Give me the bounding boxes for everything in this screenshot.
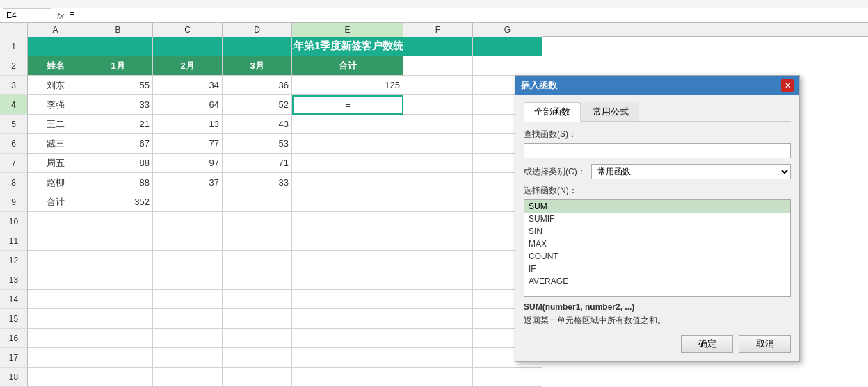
cell-f9[interactable]	[403, 192, 473, 212]
cell-b9[interactable]: 352	[83, 192, 153, 212]
cell-c6[interactable]: 77	[153, 134, 223, 154]
row-num-16[interactable]: 16	[0, 329, 28, 348]
cell-d7[interactable]: 71	[223, 154, 292, 173]
row-num-18[interactable]: 18	[0, 368, 28, 387]
cell-b6[interactable]: 67	[83, 134, 153, 154]
function-item-count[interactable]: COUNT	[524, 250, 790, 263]
cell-d8[interactable]: 33	[223, 173, 292, 192]
cell-e6[interactable]	[292, 134, 403, 154]
function-item-sin[interactable]: SIN	[524, 225, 790, 238]
row-num-10[interactable]: 10	[0, 212, 28, 231]
cell-f2[interactable]	[403, 56, 473, 76]
cell-b8[interactable]: 88	[83, 173, 153, 192]
cell-e7[interactable]	[292, 154, 403, 173]
col-header-d[interactable]: D	[223, 23, 292, 37]
tab-common-formula[interactable]: 常用公式	[582, 102, 639, 121]
cell-g2[interactable]	[473, 56, 542, 76]
cell-g1[interactable]	[473, 37, 542, 56]
cell-e1[interactable]: 2021年第1季度新签客户数统计表	[292, 37, 403, 56]
cell-a4[interactable]: 李强	[28, 95, 83, 115]
cell-c7[interactable]: 97	[153, 154, 223, 173]
cell-f1[interactable]	[403, 37, 473, 56]
cell-a3[interactable]: 刘东	[28, 76, 83, 95]
row-num-5[interactable]: 5	[0, 115, 28, 134]
tab-all-functions[interactable]: 全部函数	[524, 102, 581, 122]
cell-c8[interactable]: 37	[153, 173, 223, 192]
cell-c4[interactable]: 64	[153, 95, 223, 115]
cell-d3[interactable]: 36	[223, 76, 292, 95]
name-box[interactable]: E4	[3, 8, 51, 22]
row-num-1[interactable]: 1	[0, 37, 28, 56]
cell-f6[interactable]	[403, 134, 473, 154]
cell-b2[interactable]: 1月	[83, 56, 153, 76]
cell-c5[interactable]: 13	[153, 115, 223, 134]
cell-f5[interactable]	[403, 115, 473, 134]
row-num-14[interactable]: 14	[0, 290, 28, 309]
col-header-a[interactable]: A	[28, 23, 83, 37]
cell-b7[interactable]: 88	[83, 154, 153, 173]
col-header-b[interactable]: B	[83, 23, 153, 37]
cell-e3[interactable]: 125	[292, 76, 403, 95]
cell-b4[interactable]: 33	[83, 95, 153, 115]
cell-b3[interactable]: 55	[83, 76, 153, 95]
row-num-7[interactable]: 7	[0, 154, 28, 173]
row-num-9[interactable]: 9	[0, 192, 28, 212]
row-num-17[interactable]: 17	[0, 348, 28, 368]
cell-d4[interactable]: 52	[223, 95, 292, 115]
cell-f8[interactable]	[403, 173, 473, 192]
formula-input[interactable]: =	[70, 8, 865, 22]
function-item-average[interactable]: AVERAGE	[524, 275, 790, 288]
cell-e2[interactable]: 合计	[292, 56, 403, 76]
col-header-f[interactable]: F	[403, 23, 473, 37]
cell-d9[interactable]	[223, 192, 292, 212]
row-num-13[interactable]: 13	[0, 270, 28, 290]
cell-a9[interactable]: 合计	[28, 192, 83, 212]
col-header-e[interactable]: E	[292, 23, 403, 37]
cancel-button[interactable]: 取消	[739, 335, 791, 353]
cell-a8[interactable]: 赵柳	[28, 173, 83, 192]
cell-d5[interactable]: 43	[223, 115, 292, 134]
function-item-sumif[interactable]: SUMIF	[524, 213, 790, 225]
cell-e8[interactable]	[292, 173, 403, 192]
cell-c9[interactable]	[153, 192, 223, 212]
function-listbox[interactable]: SUM SUMIF SIN MAX COUNT IF AVERAGE	[524, 199, 791, 297]
cell-d1[interactable]	[223, 37, 292, 56]
cell-e5[interactable]	[292, 115, 403, 134]
cell-b1[interactable]	[83, 37, 153, 56]
cell-b5[interactable]: 21	[83, 115, 153, 134]
cell-e9[interactable]	[292, 192, 403, 212]
cell-a6[interactable]: 臧三	[28, 134, 83, 154]
dialog-close-button[interactable]: ✕	[781, 79, 794, 92]
cell-f7[interactable]	[403, 154, 473, 173]
function-item-sum[interactable]: SUM	[524, 200, 790, 213]
cell-d2[interactable]: 3月	[223, 56, 292, 76]
function-item-max[interactable]: MAX	[524, 238, 790, 250]
category-select[interactable]: 常用函数	[591, 164, 791, 179]
row-num-4[interactable]: 4	[0, 95, 28, 115]
insert-function-dialog: 插入函数 ✕ 全部函数 常用公式 查找函数(S)： 或选择类别(C)： 常用函数…	[515, 75, 800, 362]
row-num-2[interactable]: 2	[0, 56, 28, 76]
corner-header	[0, 23, 28, 37]
cell-c2[interactable]: 2月	[153, 56, 223, 76]
ok-button[interactable]: 确定	[681, 335, 733, 353]
cell-c1[interactable]	[153, 37, 223, 56]
cell-a2[interactable]: 姓名	[28, 56, 83, 76]
cell-f3[interactable]	[403, 76, 473, 95]
row-num-11[interactable]: 11	[0, 231, 28, 251]
col-header-g[interactable]: G	[473, 23, 542, 37]
cell-a5[interactable]: 王二	[28, 115, 83, 134]
function-item-if[interactable]: IF	[524, 263, 790, 275]
search-input[interactable]	[524, 143, 791, 158]
cell-a7[interactable]: 周五	[28, 154, 83, 173]
row-num-15[interactable]: 15	[0, 309, 28, 329]
col-header-c[interactable]: C	[153, 23, 223, 37]
cell-c3[interactable]: 34	[153, 76, 223, 95]
row-num-8[interactable]: 8	[0, 173, 28, 192]
cell-a1[interactable]	[28, 37, 83, 56]
row-num-12[interactable]: 12	[0, 251, 28, 270]
cell-f4[interactable]	[403, 95, 473, 115]
row-num-6[interactable]: 6	[0, 134, 28, 154]
row-num-3[interactable]: 3	[0, 76, 28, 95]
cell-e4[interactable]: =	[292, 95, 403, 115]
cell-d6[interactable]: 53	[223, 134, 292, 154]
